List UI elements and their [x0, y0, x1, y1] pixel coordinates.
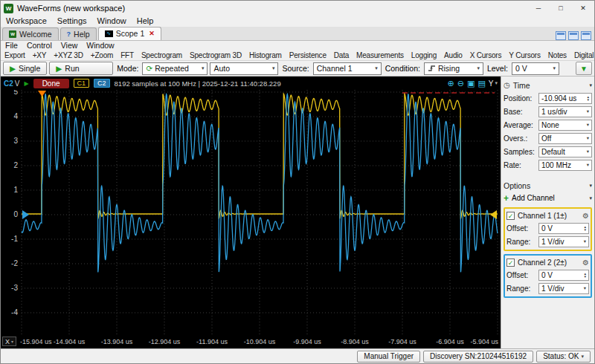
toolbar-spectrogram-5[interactable]: Spectrogram	[138, 51, 186, 59]
single-icon: ▶	[10, 64, 16, 73]
toolbar-digital-16[interactable]: Digital	[570, 51, 594, 59]
channel-1-offset-input[interactable]: 0 V▴▾	[538, 223, 589, 234]
toolbar-xy-1[interactable]: +XY	[29, 51, 51, 59]
y-tick-label: -2	[11, 260, 18, 268]
add-channel-button[interactable]: + Add Channel ▾	[504, 192, 592, 204]
channel-2-offset-input-spinner[interactable]: ▴▾	[584, 272, 586, 279]
time-field-overs: Overs.:Off▾	[504, 131, 592, 145]
gear-icon[interactable]: ⚙	[582, 259, 589, 267]
plot-zoom-toolbar: ⊕ ⊖ ▣ ▤ Y ▾	[448, 79, 498, 88]
toolbar-fft-4[interactable]: FFT	[117, 51, 138, 59]
channel-2-chip[interactable]: C2	[94, 79, 110, 88]
x-axis-selector[interactable]: X ▾	[2, 337, 16, 346]
time-section-header[interactable]: ◷ Time ▾	[504, 79, 592, 91]
collapse-panel-button[interactable]: ▼	[576, 62, 592, 75]
time-base-input-value: 1 us/div	[541, 108, 585, 116]
scope-menu-view[interactable]: View	[57, 41, 83, 50]
y-axis-selector[interactable]: Y ▾	[489, 79, 498, 88]
gear-icon[interactable]: ⚙	[582, 212, 589, 220]
time-position-input[interactable]: -10.904 us▴▾	[538, 93, 592, 104]
add-channel-label: Add Channel	[512, 194, 555, 202]
x-tick-label-7: -8.904 us	[341, 338, 369, 345]
channel-1-range-input[interactable]: 1 V/div▾	[538, 236, 589, 247]
toolbar-notes-15[interactable]: Notes	[544, 51, 570, 59]
toolbar-measurements-10[interactable]: Measurements	[353, 51, 408, 59]
mdi-minimize-icon[interactable]	[556, 31, 566, 40]
scope-graph[interactable]: 543210-1-2-3-4	[1, 90, 501, 335]
toolbar-audio-12[interactable]: Audio	[440, 51, 466, 59]
y-axis-channel-label[interactable]: C2V	[4, 79, 19, 88]
toolbar-persistence-8[interactable]: Persistence	[286, 51, 330, 59]
toolbar-data-9[interactable]: Data	[330, 51, 353, 59]
tab-close-icon[interactable]: ✕	[149, 30, 155, 37]
condition-select[interactable]: Rising ▾	[424, 62, 483, 75]
channel-2-range: Range:1 V/div▾	[506, 282, 589, 295]
toolbar-histogram-7[interactable]: Histogram	[245, 51, 286, 59]
zoom-in-icon[interactable]: ⊕	[448, 79, 454, 88]
mdi-restore-icon[interactable]	[568, 31, 579, 40]
close-button[interactable]: ✕	[572, 1, 594, 16]
device-button[interactable]: Discovery SN:210244516192	[423, 351, 533, 363]
time-field-rate: Rate:100 MHz▾	[504, 158, 592, 172]
chevron-down-icon: ▾	[589, 195, 592, 201]
mdi-maximize-icon[interactable]	[581, 31, 591, 40]
zoom-out-icon[interactable]: ⊖	[457, 79, 464, 88]
manual-trigger-button[interactable]: Manual Trigger	[357, 351, 420, 363]
run-icon: ▶	[56, 64, 62, 73]
trigger-mode-select[interactable]: Auto ▾	[210, 62, 278, 75]
tab-help[interactable]: ? Help	[60, 27, 97, 40]
time-overs-input-value: Off	[541, 134, 585, 143]
toolbar-y-cursors-14[interactable]: Y Cursors	[505, 51, 544, 59]
tab-scope-1[interactable]: ∿ Scope 1 ✕	[98, 27, 161, 40]
x-tick-label-6: -9.904 us	[293, 338, 321, 345]
channel-2-checkbox[interactable]: ✓	[506, 259, 515, 267]
time-samples-input[interactable]: Default▾	[538, 146, 592, 157]
single-button[interactable]: ▶ Single	[3, 62, 47, 75]
clock-icon: ◷	[504, 81, 510, 89]
tab-welcome[interactable]: W Welcome	[2, 27, 59, 40]
zoom-fit-icon[interactable]: ▣	[467, 79, 475, 88]
scope-menu-file[interactable]: File	[1, 41, 22, 50]
x-axis: X ▾ -15.904 us-14.904 us-13.904 us-12.90…	[1, 335, 501, 348]
channel-2-offset-input[interactable]: 0 V▴▾	[538, 270, 589, 281]
time-overs-input[interactable]: Off▾	[538, 133, 592, 144]
mode-select[interactable]: ⟳ Repeated ▾	[142, 62, 208, 75]
maximize-button[interactable]: □	[550, 1, 572, 16]
run-button[interactable]: ▶ Run	[49, 62, 113, 75]
plot-status-strip: C2V ▶ Done C1 C2 8192 samples at 100 MHz…	[1, 77, 501, 90]
menu-help[interactable]: Help	[132, 16, 159, 25]
toolbar-spectrogram-3d-6[interactable]: Spectrogram 3D	[186, 51, 245, 59]
status-indicator[interactable]: Status: OK ▾	[536, 351, 591, 363]
title-bar[interactable]: W WaveForms (new workspace) ─ □ ✕	[1, 1, 594, 16]
time-rate-input[interactable]: 100 MHz▾	[538, 160, 592, 171]
toolbar-logging-11[interactable]: Logging	[408, 51, 440, 59]
toolbar-xyz-3d-2[interactable]: +XYZ 3D	[50, 51, 86, 59]
toolbar-x-cursors-13[interactable]: X Cursors	[466, 51, 506, 59]
options-section-header[interactable]: Options ▾	[504, 179, 592, 192]
channel-2-range-input[interactable]: 1 V/div▾	[538, 283, 589, 294]
channel-1-checkbox[interactable]: ✓	[506, 212, 515, 220]
time-section-title: Time	[513, 81, 530, 90]
menu-settings[interactable]: Settings	[52, 16, 92, 25]
channel-2-offset-marker[interactable]	[22, 210, 29, 219]
time-field-position: Position:-10.904 us▴▾	[504, 91, 592, 105]
toolbar-export-0[interactable]: Export	[1, 51, 29, 59]
menu-workspace[interactable]: Workspace	[1, 16, 52, 25]
channel-2-offset-input-value: 0 V	[541, 271, 582, 279]
channel-1-chip[interactable]: C1	[74, 79, 90, 88]
time-average-input[interactable]: None▾	[538, 120, 592, 131]
toolbar-zoom-3[interactable]: +Zoom	[87, 51, 117, 59]
time-base-input[interactable]: 1 us/div▾	[538, 106, 592, 117]
zoom-box-icon[interactable]: ▤	[477, 79, 485, 88]
chevron-down-icon: ▾	[589, 82, 592, 88]
scope-menu-control[interactable]: Control	[22, 41, 57, 50]
minimize-button[interactable]: ─	[527, 1, 550, 16]
time-average-input-value: None	[541, 121, 585, 129]
source-select[interactable]: Channel 1 ▾	[313, 62, 382, 75]
channel-1-offset-input-spinner[interactable]: ▴▾	[584, 225, 586, 232]
menu-window[interactable]: Window	[92, 16, 132, 25]
time-position-input-spinner[interactable]: ▴▾	[587, 95, 589, 102]
level-input[interactable]: 0 V ▾	[512, 62, 559, 75]
grid	[22, 90, 498, 335]
scope-menu-window[interactable]: Window	[82, 41, 118, 50]
